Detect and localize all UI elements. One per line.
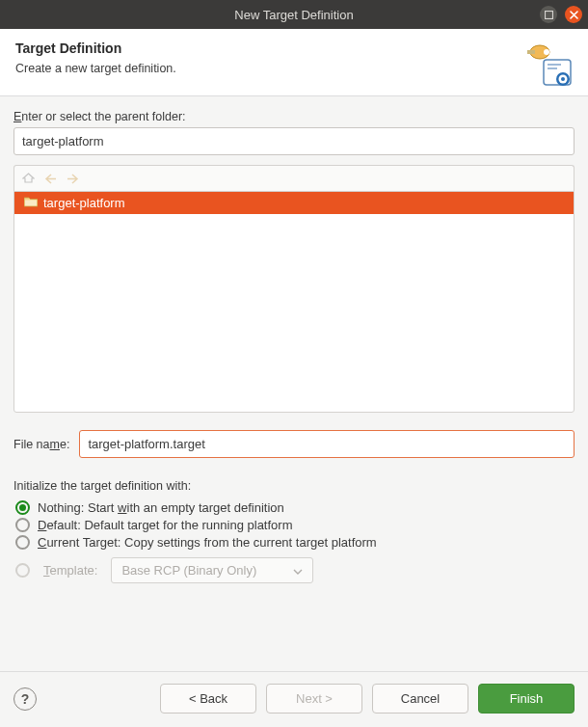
finish-button[interactable]: Finish <box>478 684 575 714</box>
radio-template: Template: Base RCP (Binary Only) <box>15 557 575 583</box>
initialize-section: Initialize the target definition with: N… <box>13 479 575 586</box>
folder-tree[interactable]: target-platform <box>13 191 575 413</box>
svg-rect-8 <box>527 50 535 54</box>
parent-folder-input[interactable] <box>13 127 575 155</box>
template-select-value: Base RCP (Binary Only) <box>121 563 256 578</box>
maximize-button[interactable] <box>540 6 557 23</box>
chevron-down-icon <box>293 563 303 578</box>
home-icon[interactable] <box>22 172 35 187</box>
help-button[interactable]: ? <box>13 687 37 711</box>
cancel-button[interactable]: Cancel <box>372 684 468 714</box>
titlebar: New Target Definition <box>0 0 588 29</box>
radio-icon <box>15 563 30 578</box>
svg-point-6 <box>561 77 565 81</box>
radio-icon <box>15 500 30 515</box>
radio-label: Current Target: Copy settings from the c… <box>38 535 377 550</box>
tree-item-target-platform[interactable]: target-platform <box>14 192 574 214</box>
wizard-content: Enter or select the parent folder: targe… <box>0 96 588 671</box>
wizard-header: Target Definition Create a new target de… <box>0 29 588 96</box>
filename-row: File name: <box>13 430 575 458</box>
window-title: New Target Definition <box>234 8 353 22</box>
radio-label: Nothing: Start with an empty target defi… <box>38 500 284 515</box>
radio-nothing[interactable]: Nothing: Start with an empty target defi… <box>15 500 575 515</box>
radio-label: Template: <box>43 563 97 578</box>
back-arrow-icon[interactable] <box>44 173 57 187</box>
wizard-footer: ? < Back Next > Cancel Finish <box>0 671 588 727</box>
page-title: Target Definition <box>15 40 573 56</box>
svg-point-9 <box>544 49 549 55</box>
forward-arrow-icon[interactable] <box>67 173 79 187</box>
page-subtitle: Create a new target definition. <box>15 62 573 75</box>
svg-rect-10 <box>25 201 37 206</box>
radio-label: Default: Default target for the running … <box>38 518 292 532</box>
svg-rect-3 <box>548 67 557 69</box>
radio-icon <box>15 535 30 550</box>
filename-input[interactable] <box>79 430 575 458</box>
target-definition-icon <box>524 37 575 87</box>
parent-folder-label: Enter or select the parent folder: <box>13 110 575 123</box>
radio-default[interactable]: Default: Default target for the running … <box>15 518 575 532</box>
folder-icon <box>24 196 38 210</box>
back-button[interactable]: < Back <box>160 684 256 714</box>
svg-rect-2 <box>548 64 561 66</box>
close-button[interactable] <box>565 6 582 23</box>
next-button: Next > <box>266 684 362 714</box>
template-select: Base RCP (Binary Only) <box>111 557 313 583</box>
tree-item-label: target-platform <box>43 196 125 210</box>
tree-toolbar <box>13 165 575 191</box>
filename-label: File name: <box>13 438 69 451</box>
initialize-label: Initialize the target definition with: <box>13 479 575 493</box>
window-controls <box>540 6 582 23</box>
radio-current-target[interactable]: Current Target: Copy settings from the c… <box>15 535 575 550</box>
svg-rect-0 <box>545 11 552 18</box>
radio-icon <box>15 518 30 532</box>
